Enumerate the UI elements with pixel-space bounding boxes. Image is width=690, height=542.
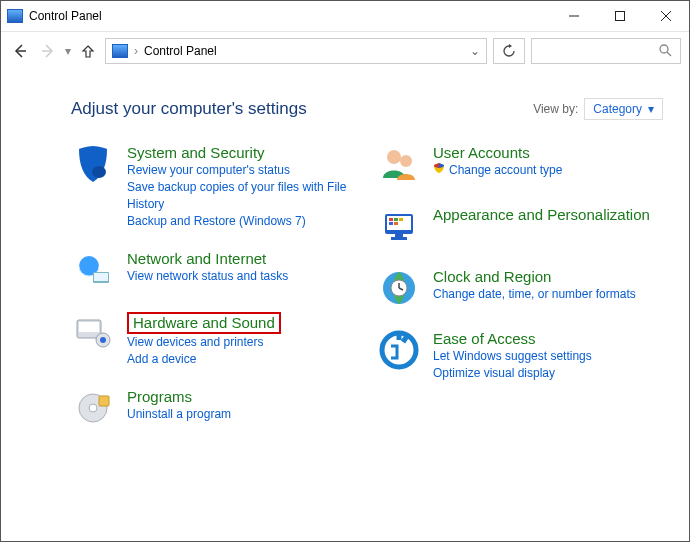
svg-point-20 bbox=[400, 155, 412, 167]
category-body: Hardware and SoundView devices and print… bbox=[127, 310, 281, 368]
search-icon bbox=[658, 43, 672, 60]
svg-point-8 bbox=[92, 166, 106, 178]
recent-locations-chevron-icon[interactable]: ▾ bbox=[65, 44, 71, 58]
category-system-security: System and SecurityReview your computer'… bbox=[71, 142, 357, 230]
svg-point-17 bbox=[89, 404, 97, 412]
category-sublink[interactable]: Add a device bbox=[127, 351, 281, 368]
svg-rect-25 bbox=[399, 218, 403, 221]
breadcrumb-chevron-icon: › bbox=[134, 44, 138, 58]
category-sublink[interactable]: Let Windows suggest settings bbox=[433, 348, 592, 365]
nav-row: ▾ › Control Panel ⌄ bbox=[1, 32, 689, 70]
back-button[interactable] bbox=[9, 39, 31, 63]
category-sublink[interactable]: Backup and Restore (Windows 7) bbox=[127, 213, 357, 230]
svg-point-19 bbox=[387, 150, 401, 164]
control-panel-window: Control Panel ▾ › Control Panel ⌄ bbox=[0, 0, 690, 542]
uac-shield-icon bbox=[433, 163, 445, 177]
category-sublink[interactable]: Review your computer's status bbox=[127, 162, 357, 179]
address-control-panel-icon bbox=[112, 44, 128, 58]
svg-rect-23 bbox=[389, 218, 393, 221]
svg-rect-29 bbox=[391, 237, 407, 240]
svg-point-6 bbox=[660, 45, 668, 53]
ease-of-access-icon bbox=[377, 328, 421, 372]
category-body: Ease of AccessLet Windows suggest settin… bbox=[433, 328, 592, 382]
category-body: Appearance and Personalization bbox=[433, 204, 650, 248]
content-area: Adjust your computer's settings View by:… bbox=[1, 70, 689, 541]
titlebar: Control Panel bbox=[1, 1, 689, 32]
system-security-icon bbox=[71, 142, 115, 186]
svg-rect-26 bbox=[389, 222, 393, 225]
category-ease-of-access: Ease of AccessLet Windows suggest settin… bbox=[377, 328, 663, 382]
svg-point-15 bbox=[100, 337, 106, 343]
forward-button[interactable] bbox=[37, 39, 59, 63]
category-user-accounts: User AccountsChange account type bbox=[377, 142, 663, 186]
category-body: Network and InternetView network status … bbox=[127, 248, 288, 292]
category-appearance: Appearance and Personalization bbox=[377, 204, 663, 248]
category-title-link[interactable]: User Accounts bbox=[433, 144, 530, 162]
refresh-button[interactable] bbox=[493, 38, 525, 64]
category-title-link[interactable]: Network and Internet bbox=[127, 250, 266, 268]
category-sublink[interactable]: View devices and printers bbox=[127, 334, 281, 351]
page-heading: Adjust your computer's settings bbox=[71, 99, 533, 119]
svg-line-7 bbox=[667, 52, 671, 56]
address-dropdown-chevron-icon[interactable]: ⌄ bbox=[470, 44, 480, 58]
svg-rect-18 bbox=[99, 396, 109, 406]
maximize-button[interactable] bbox=[597, 1, 643, 31]
category-title-link[interactable]: Clock and Region bbox=[433, 268, 551, 286]
svg-rect-1 bbox=[616, 12, 625, 21]
category-network-internet: Network and InternetView network status … bbox=[71, 248, 357, 292]
category-hardware-sound: Hardware and SoundView devices and print… bbox=[71, 310, 357, 368]
content-header: Adjust your computer's settings View by:… bbox=[71, 98, 663, 120]
network-internet-icon bbox=[71, 248, 115, 292]
category-title-link[interactable]: System and Security bbox=[127, 144, 265, 162]
categories-right-column: User AccountsChange account typeAppearan… bbox=[377, 142, 663, 448]
category-body: Clock and RegionChange date, time, or nu… bbox=[433, 266, 636, 310]
category-clock-region: Clock and RegionChange date, time, or nu… bbox=[377, 266, 663, 310]
view-by-value: Category bbox=[593, 102, 642, 116]
clock-region-icon bbox=[377, 266, 421, 310]
svg-rect-24 bbox=[394, 218, 398, 221]
category-body: User AccountsChange account type bbox=[433, 142, 562, 186]
breadcrumb-location[interactable]: Control Panel bbox=[144, 44, 217, 58]
category-programs: ProgramsUninstall a program bbox=[71, 386, 357, 430]
category-title-link[interactable]: Programs bbox=[127, 388, 192, 406]
appearance-icon bbox=[377, 204, 421, 248]
category-title-link[interactable]: Ease of Access bbox=[433, 330, 536, 348]
address-bar[interactable]: › Control Panel ⌄ bbox=[105, 38, 487, 64]
category-title-link[interactable]: Hardware and Sound bbox=[127, 312, 281, 334]
category-sublink[interactable]: Optimize visual display bbox=[433, 365, 592, 382]
category-body: ProgramsUninstall a program bbox=[127, 386, 231, 430]
category-title-link[interactable]: Appearance and Personalization bbox=[433, 206, 650, 224]
categories: System and SecurityReview your computer'… bbox=[71, 142, 663, 448]
category-sublink[interactable]: Change date, time, or number formats bbox=[433, 286, 636, 303]
up-button[interactable] bbox=[77, 39, 99, 63]
minimize-button[interactable] bbox=[551, 1, 597, 31]
close-button[interactable] bbox=[643, 1, 689, 31]
user-accounts-icon bbox=[377, 142, 421, 186]
category-sublink[interactable]: Uninstall a program bbox=[127, 406, 231, 423]
svg-rect-11 bbox=[94, 273, 108, 281]
category-body: System and SecurityReview your computer'… bbox=[127, 142, 357, 230]
chevron-down-icon: ▾ bbox=[648, 102, 654, 116]
hardware-sound-icon bbox=[71, 310, 115, 354]
svg-rect-27 bbox=[394, 222, 398, 225]
search-box[interactable] bbox=[531, 38, 681, 64]
programs-icon bbox=[71, 386, 115, 430]
control-panel-icon bbox=[7, 9, 23, 23]
svg-rect-13 bbox=[79, 322, 99, 332]
svg-rect-28 bbox=[395, 234, 403, 237]
view-by-dropdown[interactable]: Category ▾ bbox=[584, 98, 663, 120]
categories-left-column: System and SecurityReview your computer'… bbox=[71, 142, 357, 448]
window-title: Control Panel bbox=[29, 9, 102, 23]
view-by-label: View by: bbox=[533, 102, 578, 116]
category-sublink[interactable]: Change account type bbox=[433, 162, 562, 179]
category-sublink[interactable]: Save backup copies of your files with Fi… bbox=[127, 179, 357, 213]
category-sublink[interactable]: View network status and tasks bbox=[127, 268, 288, 285]
